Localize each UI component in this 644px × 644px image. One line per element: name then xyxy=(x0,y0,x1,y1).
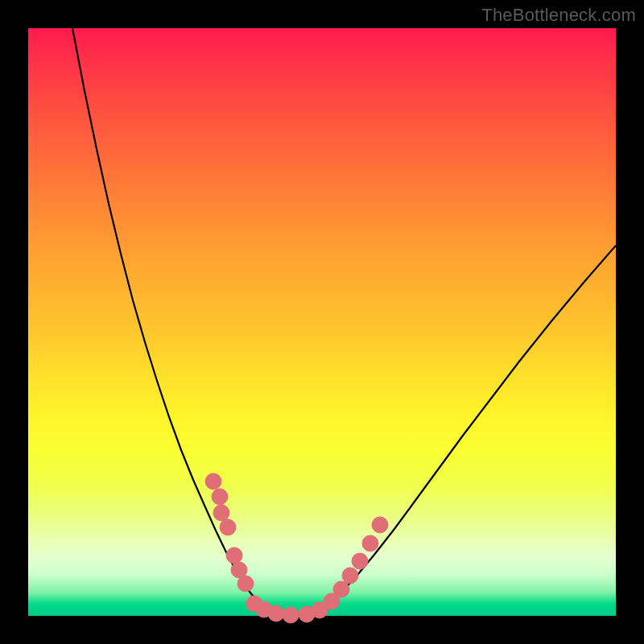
marker-group xyxy=(205,473,388,623)
marker-dot xyxy=(237,576,254,592)
marker-dot xyxy=(283,607,299,623)
marker-dot xyxy=(352,553,368,569)
marker-dot xyxy=(212,489,228,505)
chart-svg xyxy=(28,28,616,616)
marker-dot xyxy=(205,473,221,489)
watermark-text: TheBottleneck.com xyxy=(481,5,636,26)
marker-dot xyxy=(220,519,236,535)
marker-dot xyxy=(362,535,378,551)
chart-frame: TheBottleneck.com xyxy=(0,0,644,644)
plot-area xyxy=(28,28,616,616)
bottleneck-curve xyxy=(72,28,616,615)
marker-dot xyxy=(226,547,242,564)
marker-dot xyxy=(268,605,284,621)
marker-dot xyxy=(213,505,229,521)
marker-dot xyxy=(342,568,358,584)
marker-dot xyxy=(372,517,388,533)
marker-dot xyxy=(333,581,349,597)
